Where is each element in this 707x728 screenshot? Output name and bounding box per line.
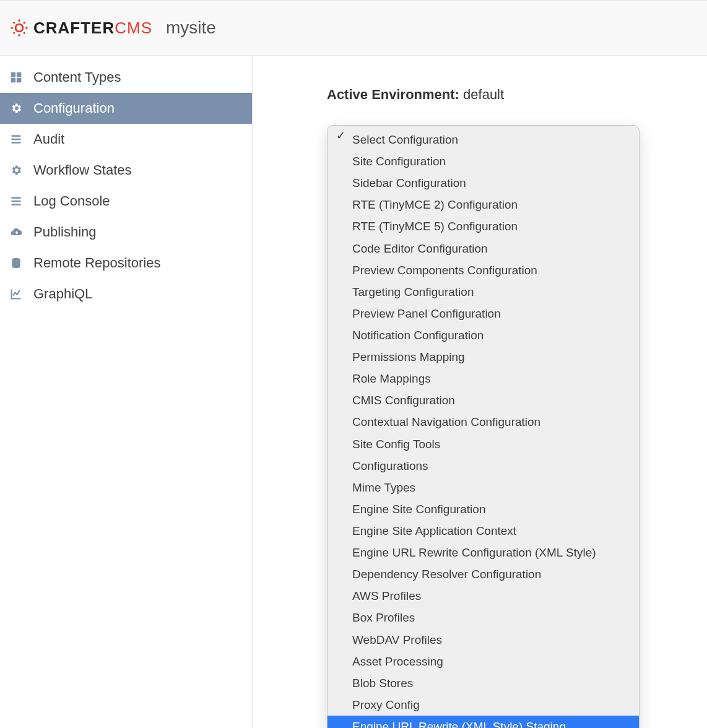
- sidebar-item-configuration[interactable]: Configuration: [0, 93, 252, 124]
- sidebar: Content Types Configuration Audit Workfl…: [0, 56, 253, 728]
- sidebar-item-content-types[interactable]: Content Types: [0, 62, 252, 93]
- dropdown-option[interactable]: Engine Site Application Context: [327, 520, 639, 542]
- sidebar-item-audit[interactable]: Audit: [0, 124, 252, 155]
- gear-icon: [9, 102, 24, 115]
- dropdown-option[interactable]: RTE (TinyMCE 5) Configuration: [327, 216, 639, 238]
- sidebar-item-label: Content Types: [33, 69, 121, 85]
- brand-text-secondary: CMS: [115, 19, 152, 37]
- sidebar-item-log-console[interactable]: Log Console: [0, 186, 252, 217]
- dropdown-option[interactable]: Configurations: [327, 455, 639, 477]
- dropdown-option[interactable]: Code Editor Configuration: [327, 238, 639, 259]
- svg-point-0: [15, 24, 23, 32]
- dropdown-option[interactable]: RTE (TinyMCE 2) Configuration: [327, 194, 639, 216]
- gear-logo-icon: [9, 17, 30, 38]
- sidebar-item-label: Audit: [33, 131, 64, 147]
- content-area: Active Environment: default Select Confi…: [253, 56, 707, 728]
- svg-rect-8: [12, 197, 21, 199]
- active-environment-label: Active Environment: default: [327, 87, 707, 103]
- sidebar-item-publishing[interactable]: Publishing: [0, 217, 252, 248]
- dropdown-option[interactable]: Proxy Config: [327, 694, 639, 716]
- site-name: mysite: [166, 18, 216, 38]
- brand-text-primary: CRAFTER: [33, 19, 115, 37]
- sidebar-item-label: Configuration: [33, 100, 115, 116]
- svg-rect-9: [12, 201, 21, 202]
- dropdown-option[interactable]: Contextual Navigation Configuration: [327, 412, 639, 433]
- svg-rect-3: [11, 78, 16, 82]
- list-icon: [9, 195, 24, 207]
- dropdown-option[interactable]: Targeting Configuration: [327, 281, 639, 303]
- grid-icon: [9, 71, 24, 84]
- dropdown-option[interactable]: Mime Types: [327, 477, 639, 498]
- svg-rect-10: [12, 204, 21, 206]
- dropdown-option[interactable]: Notification Configuration: [327, 324, 639, 346]
- sidebar-item-label: GraphiQL: [33, 286, 92, 302]
- dropdown-option[interactable]: Engine URL Rewrite Configuration (XML St…: [327, 542, 639, 564]
- dropdown-option[interactable]: Engine Site Configuration: [327, 498, 639, 520]
- dropdown-option[interactable]: Asset Processing: [327, 651, 639, 672]
- brand-text: CRAFTERCMS: [33, 19, 152, 38]
- dropdown-option[interactable]: AWS Profiles: [327, 586, 639, 607]
- env-value: default: [463, 87, 504, 102]
- list-icon: [9, 133, 24, 145]
- database-icon: [9, 256, 24, 270]
- svg-rect-5: [12, 135, 21, 137]
- sidebar-item-label: Log Console: [33, 193, 110, 209]
- dropdown-option[interactable]: Box Profiles: [327, 607, 639, 629]
- dropdown-option[interactable]: Preview Components Configuration: [327, 259, 639, 281]
- sidebar-item-label: Publishing: [33, 224, 97, 240]
- gear-icon: [9, 164, 24, 176]
- brand-logo: CRAFTERCMS: [9, 17, 152, 38]
- svg-rect-4: [17, 78, 22, 82]
- main: Content Types Configuration Audit Workfl…: [0, 56, 707, 728]
- chart-icon: [9, 288, 24, 300]
- sidebar-item-remote-repositories[interactable]: Remote Repositories: [0, 248, 252, 279]
- dropdown-option[interactable]: Role Mappings: [327, 368, 639, 390]
- configuration-dropdown[interactable]: Select ConfigurationSite ConfigurationSi…: [327, 125, 640, 728]
- svg-rect-6: [12, 139, 21, 141]
- dropdown-option[interactable]: Engine URL Rewrite (XML Style) Staging: [327, 716, 639, 728]
- dropdown-option[interactable]: Blob Stores: [327, 672, 639, 694]
- dropdown-option[interactable]: Preview Panel Configuration: [327, 303, 639, 324]
- dropdown-option[interactable]: Sidebar Configuration: [327, 173, 639, 194]
- dropdown-option[interactable]: Permissions Mapping: [327, 347, 639, 368]
- sidebar-item-workflow-states[interactable]: Workflow States: [0, 155, 252, 186]
- svg-rect-2: [17, 72, 22, 77]
- header: CRAFTERCMS mysite: [0, 0, 707, 56]
- dropdown-option[interactable]: Select Configuration: [327, 126, 639, 151]
- env-label-text: Active Environment:: [327, 87, 459, 102]
- dropdown-option[interactable]: Site Config Tools: [327, 433, 639, 455]
- svg-rect-1: [11, 72, 16, 77]
- dropdown-option[interactable]: Dependency Resolver Configuration: [327, 564, 639, 586]
- sidebar-item-label: Remote Repositories: [33, 255, 160, 271]
- sidebar-item-label: Workflow States: [33, 162, 132, 178]
- dropdown-option[interactable]: Site Configuration: [327, 151, 639, 173]
- sidebar-item-graphiql[interactable]: GraphiQL: [0, 279, 252, 310]
- dropdown-option[interactable]: CMIS Configuration: [327, 390, 639, 412]
- svg-rect-7: [12, 142, 21, 144]
- cloud-up-icon: [9, 226, 24, 238]
- dropdown-option[interactable]: WebDAV Profiles: [327, 629, 639, 651]
